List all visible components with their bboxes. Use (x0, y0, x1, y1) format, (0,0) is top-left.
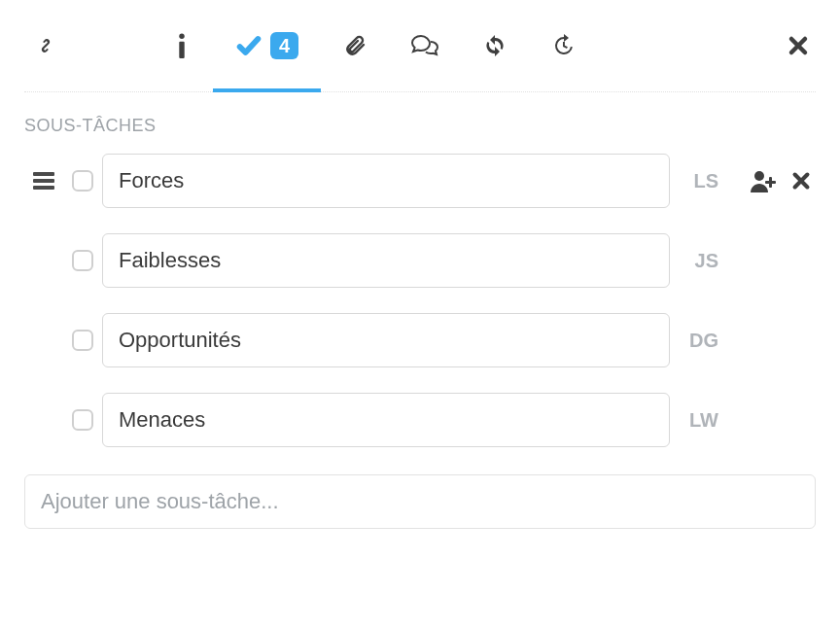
subtask-input[interactable] (102, 393, 670, 447)
subtask-input[interactable] (102, 313, 670, 367)
link-icon (34, 34, 57, 57)
svg-rect-5 (33, 179, 54, 183)
subtask-row: DG (24, 313, 816, 367)
assignee-initials[interactable]: JS (670, 250, 728, 272)
subtask-checkbox[interactable] (72, 330, 93, 351)
history-icon (551, 34, 575, 57)
subtask-row: JS (24, 233, 816, 288)
tab-subtasks[interactable]: 4 (213, 0, 321, 91)
add-user-icon[interactable] (750, 169, 777, 192)
svg-rect-9 (765, 181, 776, 184)
svg-rect-6 (33, 186, 54, 190)
info-icon (173, 33, 191, 58)
subtask-count-badge: 4 (270, 32, 298, 59)
assignee-initials[interactable]: LS (670, 170, 728, 192)
subtask-list: LS JS DG (24, 154, 816, 447)
refresh-icon (483, 34, 507, 57)
bars-icon (33, 171, 54, 191)
tab-refresh[interactable] (461, 0, 529, 91)
check-icon (235, 32, 262, 59)
svg-rect-1 (179, 42, 184, 58)
tab-info[interactable] (151, 0, 213, 91)
subtask-row: LS (24, 154, 816, 208)
tab-link[interactable] (24, 0, 80, 91)
add-subtask-input[interactable] (24, 474, 816, 529)
subtask-checkbox[interactable] (72, 250, 93, 271)
paperclip-icon (343, 34, 367, 57)
close-button[interactable] (764, 0, 816, 91)
subtask-input[interactable] (102, 154, 670, 208)
tab-history[interactable] (529, 0, 597, 91)
subtask-row: LW (24, 393, 816, 447)
assignee-initials[interactable]: DG (670, 330, 728, 352)
subtask-checkbox[interactable] (72, 170, 93, 192)
close-icon (787, 34, 810, 57)
delete-icon[interactable] (790, 170, 812, 192)
subtask-checkbox[interactable] (72, 409, 93, 431)
comments-icon (411, 34, 438, 57)
tab-bar: 4 (24, 0, 816, 92)
section-title: SOUS-TÂCHES (24, 116, 816, 136)
svg-point-0 (179, 34, 184, 39)
subtask-input[interactable] (102, 233, 670, 288)
tab-attachments[interactable] (321, 0, 389, 91)
svg-rect-4 (33, 172, 54, 176)
assignee-initials[interactable]: LW (670, 409, 728, 432)
drag-handle[interactable] (24, 171, 63, 191)
tab-comments[interactable] (389, 0, 461, 91)
svg-point-7 (754, 171, 764, 181)
